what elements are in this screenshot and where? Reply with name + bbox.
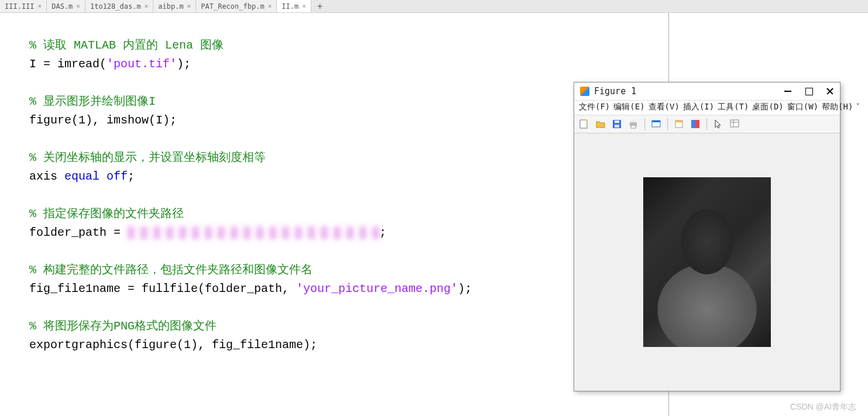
svg-rect-14 bbox=[730, 120, 739, 127]
tab-label: 1to128_das.m bbox=[90, 2, 141, 11]
code-text: axis bbox=[29, 170, 64, 183]
matlab-icon bbox=[580, 87, 589, 96]
link-axes-icon[interactable] bbox=[673, 118, 685, 130]
code-string: 'pout.tif' bbox=[107, 57, 177, 71]
code-comment: % 构建完整的文件路径，包括文件夹路径和图像文件名 bbox=[29, 263, 313, 277]
code-comment: % 关闭坐标轴的显示，并设置坐标轴刻度相等 bbox=[29, 151, 266, 164]
svg-rect-6 bbox=[631, 120, 636, 122]
svg-rect-4 bbox=[615, 125, 619, 128]
figure-menubar: 文件(F) 编辑(E) 查看(V) 插入(I) 工具(T) 桌面(D) 窗口(W… bbox=[574, 101, 840, 115]
code-comment: % 显示图形并绘制图像I bbox=[29, 95, 156, 108]
editor-tab-bar: III.III× DAS.m× 1to128_das.m× aibp.m× PA… bbox=[0, 0, 868, 13]
figure-title: Figure 1 bbox=[594, 86, 636, 97]
close-button[interactable] bbox=[826, 87, 834, 95]
toolbar-separator bbox=[644, 118, 645, 130]
new-figure-icon[interactable] bbox=[578, 118, 591, 130]
minimize-button[interactable] bbox=[784, 87, 792, 95]
menu-tools[interactable]: 工具(T) bbox=[716, 102, 750, 112]
svg-rect-12 bbox=[691, 120, 695, 128]
code-keyword: equal off bbox=[64, 170, 128, 183]
tab-file[interactable]: 1to128_das.m× bbox=[85, 0, 153, 12]
svg-rect-11 bbox=[675, 121, 682, 122]
svg-rect-3 bbox=[615, 121, 619, 123]
menu-help[interactable]: 帮助(H) bbox=[821, 102, 854, 112]
redacted-path bbox=[128, 226, 379, 239]
code-comment: % 读取 MATLAB 内置的 Lena 图像 bbox=[29, 39, 224, 52]
menu-view[interactable]: 查看(V) bbox=[647, 102, 681, 112]
print-preview-icon[interactable] bbox=[650, 118, 663, 130]
code-comment: % 将图形保存为PNG格式的图像文件 bbox=[29, 319, 217, 333]
close-icon[interactable]: × bbox=[268, 2, 272, 10]
pointer-icon[interactable] bbox=[712, 118, 725, 130]
figure-window[interactable]: Figure 1 文件(F) 编辑(E) 查看(V) 插入(I) 工具(T) 桌… bbox=[574, 82, 840, 391]
tab-file-active[interactable]: II.m× bbox=[277, 0, 311, 12]
insert-colorbar-icon[interactable] bbox=[689, 118, 702, 130]
figure-canvas bbox=[574, 133, 840, 391]
tab-label: aibp.m bbox=[158, 2, 183, 11]
code-text: I = imread( bbox=[29, 57, 107, 71]
toolbar-separator bbox=[667, 118, 668, 130]
print-icon[interactable] bbox=[627, 118, 640, 130]
svg-rect-13 bbox=[695, 120, 699, 128]
code-text: fig_file1name = fullfile(folder_path, bbox=[29, 282, 296, 295]
menu-insert[interactable]: 插入(I) bbox=[682, 102, 715, 112]
code-text: figure(1), imshow(I); bbox=[29, 114, 177, 127]
menu-desktop[interactable]: 桌面(D) bbox=[751, 102, 784, 112]
tab-label: II.m bbox=[282, 2, 299, 11]
new-tab-button[interactable]: + bbox=[311, 1, 329, 12]
tab-label: III.III bbox=[5, 2, 35, 11]
close-icon[interactable]: × bbox=[38, 2, 42, 10]
code-text: ); bbox=[458, 282, 472, 295]
close-icon[interactable]: × bbox=[76, 2, 80, 10]
code-text: ); bbox=[177, 57, 191, 71]
close-icon[interactable]: × bbox=[302, 2, 306, 10]
code-text: exportgraphics(figure(1), fig_file1name)… bbox=[29, 338, 317, 352]
tab-file[interactable]: aibp.m× bbox=[153, 0, 196, 12]
save-icon[interactable] bbox=[610, 118, 623, 130]
tab-file[interactable]: III.III× bbox=[0, 0, 47, 12]
code-text: ; bbox=[128, 170, 135, 183]
maximize-button[interactable] bbox=[805, 87, 813, 95]
tab-label: PAT_Recon_fbp.m bbox=[201, 2, 264, 11]
svg-rect-9 bbox=[652, 121, 660, 122]
data-tips-icon[interactable] bbox=[728, 118, 741, 130]
close-icon[interactable]: × bbox=[145, 2, 149, 10]
svg-rect-7 bbox=[631, 125, 636, 128]
menu-edit[interactable]: 编辑(E) bbox=[612, 102, 646, 112]
displayed-image bbox=[643, 177, 771, 347]
toolbar-separator bbox=[706, 118, 707, 130]
menu-file[interactable]: 文件(F) bbox=[578, 102, 611, 112]
code-comment: % 指定保存图像的文件夹路径 bbox=[29, 207, 184, 221]
menu-window[interactable]: 窗口(W) bbox=[786, 102, 819, 112]
open-folder-icon[interactable] bbox=[594, 118, 607, 130]
close-icon[interactable]: × bbox=[187, 2, 191, 10]
code-text: folder_path = bbox=[29, 226, 128, 239]
tab-file[interactable]: PAT_Recon_fbp.m× bbox=[196, 0, 277, 12]
figure-titlebar[interactable]: Figure 1 bbox=[574, 82, 840, 101]
tab-file[interactable]: DAS.m× bbox=[47, 0, 85, 12]
tab-label: DAS.m bbox=[52, 2, 73, 11]
watermark-text: CSDN @AI青年志 bbox=[790, 402, 856, 412]
figure-toolbar bbox=[574, 115, 840, 133]
menu-chevron-icon[interactable]: ˇ bbox=[855, 102, 860, 112]
code-string: 'your_picture_name.png' bbox=[296, 282, 458, 295]
